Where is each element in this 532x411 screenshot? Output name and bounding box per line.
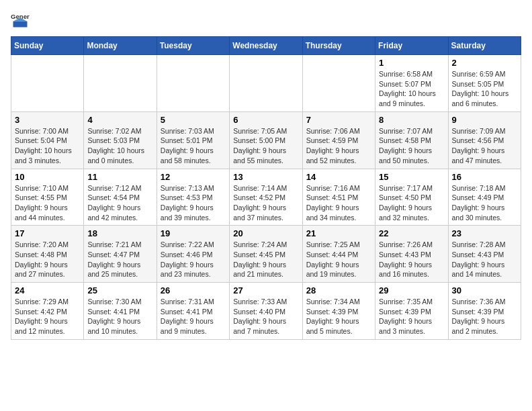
day-info: Sunrise: 7:05 AMSunset: 5:00 PMDaylight:… [233, 126, 298, 166]
weekday-header-thursday: Thursday [302, 37, 375, 55]
day-number: 22 [379, 228, 444, 238]
day-number: 23 [452, 228, 517, 238]
weekday-header-sunday: Sunday [11, 37, 84, 55]
calendar-cell [230, 55, 302, 112]
calendar-cell [84, 55, 157, 112]
day-info: Sunrise: 7:30 AMSunset: 4:41 PMDaylight:… [87, 297, 152, 336]
day-info: Sunrise: 7:33 AMSunset: 4:40 PMDaylight:… [233, 297, 298, 336]
day-number: 25 [87, 285, 152, 295]
day-number: 19 [161, 228, 226, 238]
day-number: 10 [15, 172, 80, 182]
day-info: Sunrise: 7:12 AMSunset: 4:54 PMDaylight:… [87, 183, 152, 223]
day-number: 13 [233, 172, 298, 182]
day-info: Sunrise: 7:24 AMSunset: 4:45 PMDaylight:… [233, 240, 298, 279]
weekday-header-monday: Monday [84, 37, 157, 55]
day-info: Sunrise: 7:07 AMSunset: 4:58 PMDaylight:… [379, 126, 444, 166]
calendar-cell: 26Sunrise: 7:31 AMSunset: 4:41 PMDayligh… [157, 283, 229, 340]
day-info: Sunrise: 6:59 AMSunset: 5:05 PMDaylight:… [452, 69, 517, 109]
day-number: 2 [452, 58, 517, 68]
calendar-cell [157, 55, 229, 112]
calendar-cell: 27Sunrise: 7:33 AMSunset: 4:40 PMDayligh… [230, 283, 302, 340]
logo: General [11, 11, 32, 30]
day-info: Sunrise: 7:35 AMSunset: 4:39 PMDaylight:… [379, 297, 444, 336]
calendar-cell: 29Sunrise: 7:35 AMSunset: 4:39 PMDayligh… [375, 283, 448, 340]
calendar-cell: 22Sunrise: 7:26 AMSunset: 4:43 PMDayligh… [375, 226, 448, 283]
day-number: 12 [161, 172, 226, 182]
day-number: 17 [15, 228, 80, 238]
day-info: Sunrise: 7:20 AMSunset: 4:48 PMDaylight:… [15, 240, 80, 279]
calendar-week-row: 17Sunrise: 7:20 AMSunset: 4:48 PMDayligh… [11, 226, 521, 283]
day-info: Sunrise: 7:22 AMSunset: 4:46 PMDaylight:… [161, 240, 226, 279]
calendar-week-row: 3Sunrise: 7:00 AMSunset: 5:04 PMDaylight… [11, 111, 521, 169]
day-info: Sunrise: 7:16 AMSunset: 4:51 PMDaylight:… [306, 183, 371, 223]
day-number: 4 [87, 115, 152, 125]
calendar-body: 1Sunrise: 6:58 AMSunset: 5:07 PMDaylight… [11, 55, 521, 340]
day-info: Sunrise: 7:25 AMSunset: 4:44 PMDaylight:… [306, 240, 371, 279]
day-info: Sunrise: 7:14 AMSunset: 4:52 PMDaylight:… [233, 183, 298, 223]
calendar-cell [11, 55, 84, 112]
day-info: Sunrise: 7:17 AMSunset: 4:50 PMDaylight:… [379, 183, 444, 223]
day-number: 6 [233, 115, 298, 125]
day-number: 29 [379, 285, 444, 295]
day-info: Sunrise: 7:29 AMSunset: 4:42 PMDaylight:… [15, 297, 80, 336]
calendar-cell: 3Sunrise: 7:00 AMSunset: 5:04 PMDaylight… [11, 111, 84, 169]
calendar-cell: 28Sunrise: 7:34 AMSunset: 4:39 PMDayligh… [302, 283, 375, 340]
weekday-header-friday: Friday [375, 37, 448, 55]
weekday-header-wednesday: Wednesday [230, 37, 302, 55]
day-info: Sunrise: 7:28 AMSunset: 4:43 PMDaylight:… [452, 240, 517, 279]
calendar-cell: 24Sunrise: 7:29 AMSunset: 4:42 PMDayligh… [11, 283, 84, 340]
day-info: Sunrise: 7:18 AMSunset: 4:49 PMDaylight:… [452, 183, 517, 223]
day-info: Sunrise: 7:36 AMSunset: 4:39 PMDaylight:… [452, 297, 517, 336]
day-number: 16 [452, 172, 517, 182]
day-info: Sunrise: 7:00 AMSunset: 5:04 PMDaylight:… [15, 126, 80, 166]
day-info: Sunrise: 7:31 AMSunset: 4:41 PMDaylight:… [161, 297, 226, 336]
day-number: 14 [306, 172, 371, 182]
day-info: Sunrise: 7:26 AMSunset: 4:43 PMDaylight:… [379, 240, 444, 279]
day-number: 20 [233, 228, 298, 238]
calendar-table: SundayMondayTuesdayWednesdayThursdayFrid… [11, 36, 521, 340]
day-info: Sunrise: 7:34 AMSunset: 4:39 PMDaylight:… [306, 297, 371, 336]
day-info: Sunrise: 7:21 AMSunset: 4:47 PMDaylight:… [87, 240, 152, 279]
calendar-cell: 21Sunrise: 7:25 AMSunset: 4:44 PMDayligh… [302, 226, 375, 283]
calendar-cell: 9Sunrise: 7:09 AMSunset: 4:56 PMDaylight… [448, 111, 521, 169]
day-number: 9 [452, 115, 517, 125]
calendar-cell: 6Sunrise: 7:05 AMSunset: 5:00 PMDaylight… [230, 111, 302, 169]
calendar-header: SundayMondayTuesdayWednesdayThursdayFrid… [11, 37, 521, 55]
day-number: 3 [15, 115, 80, 125]
calendar-cell: 30Sunrise: 7:36 AMSunset: 4:39 PMDayligh… [448, 283, 521, 340]
day-number: 5 [161, 115, 226, 125]
calendar-cell: 18Sunrise: 7:21 AMSunset: 4:47 PMDayligh… [84, 226, 157, 283]
calendar-cell: 13Sunrise: 7:14 AMSunset: 4:52 PMDayligh… [230, 169, 302, 226]
calendar-week-row: 24Sunrise: 7:29 AMSunset: 4:42 PMDayligh… [11, 283, 521, 340]
day-info: Sunrise: 7:06 AMSunset: 4:59 PMDaylight:… [306, 126, 371, 166]
day-number: 27 [233, 285, 298, 295]
calendar-cell: 14Sunrise: 7:16 AMSunset: 4:51 PMDayligh… [302, 169, 375, 226]
day-info: Sunrise: 7:09 AMSunset: 4:56 PMDaylight:… [452, 126, 517, 166]
day-number: 18 [87, 228, 152, 238]
calendar-cell: 2Sunrise: 6:59 AMSunset: 5:05 PMDaylight… [448, 55, 521, 112]
calendar-cell: 15Sunrise: 7:17 AMSunset: 4:50 PMDayligh… [375, 169, 448, 226]
day-info: Sunrise: 6:58 AMSunset: 5:07 PMDaylight:… [379, 69, 444, 109]
calendar-cell: 25Sunrise: 7:30 AMSunset: 4:41 PMDayligh… [84, 283, 157, 340]
calendar-cell: 5Sunrise: 7:03 AMSunset: 5:01 PMDaylight… [157, 111, 229, 169]
day-number: 24 [15, 285, 80, 295]
day-number: 7 [306, 115, 371, 125]
day-info: Sunrise: 7:10 AMSunset: 4:55 PMDaylight:… [15, 183, 80, 223]
calendar-cell: 4Sunrise: 7:02 AMSunset: 5:03 PMDaylight… [84, 111, 157, 169]
day-info: Sunrise: 7:13 AMSunset: 4:53 PMDaylight:… [161, 183, 226, 223]
calendar-cell: 1Sunrise: 6:58 AMSunset: 5:07 PMDaylight… [375, 55, 448, 112]
day-number: 15 [379, 172, 444, 182]
day-number: 21 [306, 228, 371, 238]
calendar-cell: 23Sunrise: 7:28 AMSunset: 4:43 PMDayligh… [448, 226, 521, 283]
calendar-cell: 7Sunrise: 7:06 AMSunset: 4:59 PMDaylight… [302, 111, 375, 169]
day-info: Sunrise: 7:02 AMSunset: 5:03 PMDaylight:… [87, 126, 152, 166]
day-number: 11 [87, 172, 152, 182]
calendar-week-row: 10Sunrise: 7:10 AMSunset: 4:55 PMDayligh… [11, 169, 521, 226]
calendar-cell: 20Sunrise: 7:24 AMSunset: 4:45 PMDayligh… [230, 226, 302, 283]
weekday-header-row: SundayMondayTuesdayWednesdayThursdayFrid… [11, 37, 521, 55]
calendar-cell: 16Sunrise: 7:18 AMSunset: 4:49 PMDayligh… [448, 169, 521, 226]
day-number: 26 [161, 285, 226, 295]
day-number: 30 [452, 285, 517, 295]
calendar-cell: 8Sunrise: 7:07 AMSunset: 4:58 PMDaylight… [375, 111, 448, 169]
weekday-header-tuesday: Tuesday [157, 37, 229, 55]
